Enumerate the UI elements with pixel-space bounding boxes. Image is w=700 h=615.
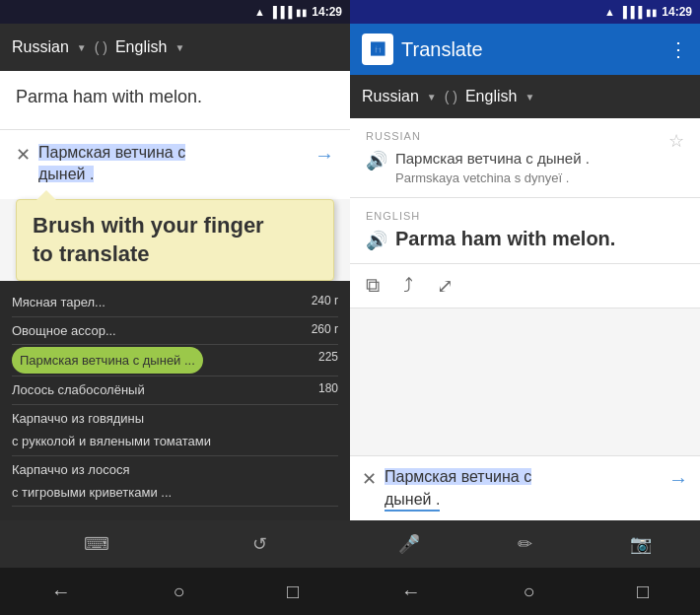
left-panel: ▲ ▐▐▐ ▮▮ 14:29 Russian ▼ ( ) English ▼ P… bbox=[0, 0, 350, 615]
right-panel: ▲ ▐▐▐ ▮▮ 14:29 🅰 Translate ⋮ Russian ▼ (… bbox=[350, 0, 700, 615]
left-source-lang[interactable]: Russian bbox=[12, 38, 69, 56]
card-actions: ⧉ ⤴ ⤢ bbox=[350, 264, 700, 308]
wifi-icon: ▲ bbox=[254, 6, 265, 18]
left-target-down-arrow: ▼ bbox=[175, 42, 184, 53]
english-main-text: Parma ham with melon. bbox=[395, 228, 615, 250]
right-home-button[interactable]: ○ bbox=[523, 581, 534, 603]
right-time-display: 14:29 bbox=[662, 5, 692, 19]
english-translation-card: ENGLISH 🔊 Parma ham with melon. bbox=[350, 198, 700, 264]
right-input-underline: дыней . bbox=[385, 491, 440, 512]
menu-item-3-highlighted: Пармская ветчина с дыней ... 225 bbox=[12, 345, 338, 376]
left-target-lang[interactable]: English bbox=[115, 38, 167, 56]
right-source-lang[interactable]: Russian bbox=[362, 88, 419, 105]
right-back-button[interactable]: ← bbox=[401, 581, 421, 603]
right-submit-button[interactable]: → bbox=[668, 468, 688, 491]
right-input-text[interactable]: Пармская ветчина с дыней . bbox=[385, 466, 661, 511]
russian-sub-text: Parmskaya vetchina s dynyeï . bbox=[395, 171, 590, 185]
menu-item-4: Лосось слабосолёный 180 bbox=[12, 376, 338, 404]
english-sound-button[interactable]: 🔊 bbox=[366, 230, 387, 251]
right-signal-icon: ▐▐▐ bbox=[619, 6, 642, 18]
left-bottom-toolbar: ⌨ ↺ bbox=[0, 520, 350, 568]
left-camera-area: Мясная тарел... 240 r Овощное ассор... 2… bbox=[0, 281, 350, 520]
left-lang-bar: Russian ▼ ( ) English ▼ bbox=[0, 24, 350, 71]
right-bottom-toolbar: 🎤 ✏ 📷 bbox=[350, 520, 700, 568]
right-battery-icon: ▮▮ bbox=[646, 7, 658, 18]
pencil-button[interactable]: ✏ bbox=[518, 533, 532, 555]
left-status-icons: ▲ ▐▐▐ ▮▮ 14:29 bbox=[254, 5, 342, 19]
app-header: 🅰 Translate ⋮ bbox=[350, 24, 700, 75]
share-button[interactable]: ⤴ bbox=[403, 274, 413, 297]
copy-button[interactable]: ⧉ bbox=[366, 274, 380, 297]
menu-item-1: Мясная тарел... 240 r bbox=[12, 289, 338, 316]
battery-icon: ▮▮ bbox=[296, 7, 308, 18]
right-target-lang[interactable]: English bbox=[465, 88, 517, 105]
right-nav-bar: ← ○ □ bbox=[350, 568, 700, 615]
camera-button[interactable]: 📷 bbox=[630, 533, 652, 555]
fullscreen-button[interactable]: ⤢ bbox=[437, 274, 454, 298]
translate-logo-icon: 🅰 bbox=[371, 41, 385, 57]
right-lang-swap[interactable]: ( ) bbox=[445, 89, 457, 104]
right-target-down-arrow: ▼ bbox=[525, 92, 534, 102]
right-lang-bar: Russian ▼ ( ) English ▼ bbox=[350, 75, 700, 118]
right-source-down-arrow: ▼ bbox=[427, 92, 437, 102]
microphone-button[interactable]: 🎤 bbox=[398, 533, 420, 555]
left-input-text[interactable]: Пармская ветчина сдыней . bbox=[38, 142, 307, 186]
english-label: ENGLISH bbox=[366, 210, 684, 222]
left-lang-down-arrow: ▼ bbox=[77, 42, 87, 53]
menu-document: Мясная тарел... 240 r Овощное ассор... 2… bbox=[0, 281, 350, 514]
more-options-button[interactable]: ⋮ bbox=[668, 37, 688, 61]
english-card-row: 🔊 Parma ham with melon. bbox=[366, 228, 684, 251]
russian-text-block: Пармская ветчина с дыней . Parmskaya vet… bbox=[395, 148, 590, 185]
left-input-area: ✕ Пармская ветчина сдыней . → bbox=[0, 130, 350, 199]
home-button[interactable]: ○ bbox=[173, 581, 184, 603]
russian-label: RUSSIAN bbox=[366, 130, 668, 142]
left-status-bar: ▲ ▐▐▐ ▮▮ 14:29 bbox=[0, 0, 350, 24]
app-title: Translate bbox=[401, 38, 661, 61]
russian-translation-card: RUSSIAN 🔊 Пармская ветчина с дыней . Par… bbox=[350, 118, 700, 198]
russian-main-text: Пармская ветчина с дыней . bbox=[395, 148, 590, 171]
right-clear-button[interactable]: ✕ bbox=[362, 468, 377, 490]
tooltip-text: Brush with your fingerto translate bbox=[33, 213, 264, 266]
tooltip-bubble: Brush with your fingerto translate bbox=[16, 199, 334, 281]
right-wifi-icon: ▲ bbox=[604, 6, 615, 18]
star-button[interactable]: ☆ bbox=[668, 130, 684, 152]
time-display: 14:29 bbox=[312, 5, 342, 19]
menu-item-2: Овощное ассор... 260 r bbox=[12, 317, 338, 345]
recents-button[interactable]: □ bbox=[287, 581, 299, 603]
right-recents-button[interactable]: □ bbox=[637, 581, 649, 603]
right-spacer bbox=[350, 308, 700, 456]
russian-card-row: 🔊 Пармская ветчина с дыней . Parmskaya v… bbox=[366, 148, 668, 185]
left-translated-text: Parma ham with melon. bbox=[16, 87, 202, 106]
left-submit-button[interactable]: → bbox=[315, 144, 334, 167]
left-input-text-highlight: Пармская ветчина сдыней . bbox=[38, 144, 185, 182]
menu-item-6: Карпаччо из лососяс тигровыми криветками… bbox=[12, 456, 338, 508]
left-translation-output: Parma ham with melon. bbox=[0, 71, 350, 130]
keyboard-icon[interactable]: ⌨ bbox=[84, 533, 109, 555]
signal-icon: ▐▐▐ bbox=[269, 6, 292, 18]
menu-item-5: Карпаччо из говядиныс рукколой и вяленым… bbox=[12, 405, 338, 456]
right-input-highlight: Пармская ветчина с bbox=[385, 468, 531, 485]
app-logo: 🅰 bbox=[362, 34, 393, 65]
tooltip-container: Brush with your fingerto translate bbox=[16, 199, 334, 281]
rotate-icon[interactable]: ↺ bbox=[252, 533, 267, 555]
right-status-bar: ▲ ▐▐▐ ▮▮ 14:29 bbox=[350, 0, 700, 24]
left-clear-button[interactable]: ✕ bbox=[16, 144, 31, 166]
back-button[interactable]: ← bbox=[51, 581, 71, 603]
left-nav-bar: ← ○ □ bbox=[0, 568, 350, 615]
left-lang-swap[interactable]: ( ) bbox=[95, 39, 107, 55]
russian-sound-button[interactable]: 🔊 bbox=[366, 150, 387, 171]
right-input-area: ✕ Пармская ветчина с дыней . → bbox=[350, 455, 700, 520]
